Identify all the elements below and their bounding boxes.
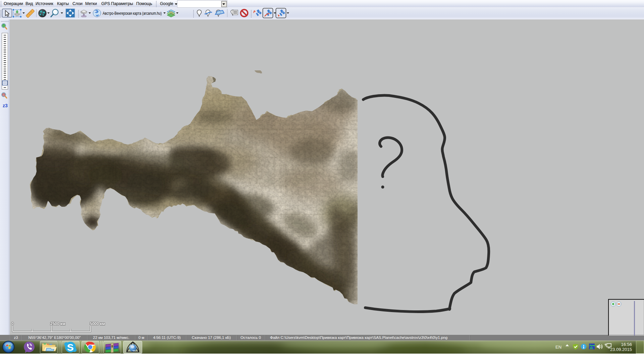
svg-text:0: 0 bbox=[11, 321, 14, 326]
svg-text:2500 км: 2500 км bbox=[50, 321, 65, 326]
svg-text:3D: 3D bbox=[590, 347, 593, 350]
svg-text:16:56: 16:56 bbox=[621, 342, 632, 347]
svg-text:EN: EN bbox=[555, 345, 561, 350]
svg-text:5000 км: 5000 км bbox=[90, 321, 105, 326]
svg-text:23.09.2015: 23.09.2015 bbox=[610, 347, 632, 352]
svg-text:z3: z3 bbox=[3, 103, 8, 108]
svg-text:Австро-Венгерская карта (arcan: Австро-Венгерская карта (arcanum.hu) bbox=[103, 11, 162, 16]
